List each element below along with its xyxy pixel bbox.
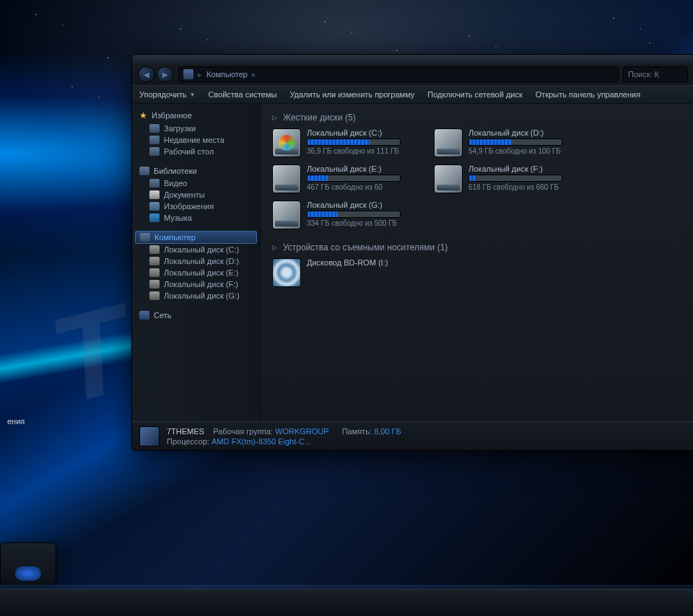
navigation-pane: ★Избранное Загрузки Недавние места Рабоч… (132, 104, 261, 421)
drive-icon (149, 291, 160, 300)
drive-status-text: 618 ГБ свободно из 660 ГБ (468, 183, 562, 191)
hdd-icon (272, 128, 301, 157)
sidebar-item-pictures[interactable]: Изображения (135, 201, 257, 212)
drive-item[interactable]: Локальный диск (D:)54,9 ГБ свободно из 1… (434, 128, 578, 157)
drive-icon (149, 280, 160, 289)
drive-name: Локальный диск (C:) (307, 128, 401, 137)
sidebar-item-videos[interactable]: Видео (135, 177, 257, 189)
computer-large-icon (139, 426, 160, 446)
desktop-icon-label-fragment: ения (7, 417, 25, 426)
hdd-icon (272, 164, 301, 193)
sidebar-item-music[interactable]: Музыка (135, 212, 257, 224)
drive-usage-bar (468, 138, 562, 146)
details-memory-value: 8,00 ГБ (374, 427, 401, 436)
nav-forward-button[interactable]: ► (157, 66, 174, 82)
drive-status-text: 54,9 ГБ свободно из 100 ГБ (468, 147, 562, 155)
collapse-icon: ▷ (272, 244, 277, 251)
details-pane: 7THEMES Рабочая группа: WORKGROUP Память… (132, 421, 693, 450)
breadcrumb-bar[interactable]: ▸ Компьютер ▸ (178, 66, 619, 82)
collapse-icon: ▷ (272, 114, 277, 121)
bdrom-icon (272, 258, 301, 287)
chevron-down-icon: ▼ (189, 92, 195, 98)
breadcrumb-sep-icon: ▸ (198, 70, 202, 79)
sidebar-favorites-header[interactable]: ★Избранное (135, 108, 257, 123)
removable-drive-item[interactable]: Дисковод BD-ROM (I:) (272, 258, 417, 287)
media-play-button[interactable] (15, 566, 41, 581)
drive-icon (149, 257, 160, 265)
uninstall-program-button[interactable]: Удалить или изменить программу (289, 90, 414, 99)
map-network-drive-button[interactable]: Подключить сетевой диск (427, 90, 522, 99)
drive-name: Локальный диск (F:) (468, 164, 562, 173)
computer-icon (140, 233, 150, 242)
drive-usage-bar (307, 138, 401, 146)
details-name: 7THEMES (167, 427, 204, 436)
drive-item[interactable]: Локальный диск (C:)36,9 ГБ свободно из 1… (272, 128, 417, 157)
breadcrumb-location[interactable]: Компьютер (206, 70, 248, 79)
recent-icon (149, 136, 160, 144)
search-input[interactable]: Поиск: К (623, 66, 688, 82)
drive-usage-bar (307, 211, 401, 218)
media-player-widget[interactable] (0, 542, 56, 586)
sidebar-item-desktop[interactable]: Рабочий стол (135, 146, 257, 157)
sidebar-item-downloads[interactable]: Загрузки (135, 123, 257, 134)
group-header-hdd[interactable]: ▷Жесткие диски (5) (272, 110, 682, 128)
drive-name: Локальный диск (D:) (468, 128, 562, 137)
drive-status-text: 36,9 ГБ свободно из 111 ГБ (307, 147, 401, 155)
drive-icon (149, 268, 160, 277)
drive-item[interactable]: Локальный диск (F:)618 ГБ свободно из 66… (434, 164, 578, 193)
system-properties-button[interactable]: Свойства системы (208, 90, 276, 99)
taskbar[interactable] (0, 589, 693, 616)
open-control-panel-button[interactable]: Открыть панель управления (536, 90, 640, 99)
drive-usage-bar (307, 175, 401, 182)
sidebar-item-drive-e[interactable]: Локальный диск (E:) (135, 267, 257, 278)
desktop-icon (149, 147, 160, 156)
downloads-icon (149, 124, 160, 133)
command-toolbar: Упорядочить▼ Свойства системы Удалить ил… (132, 85, 693, 104)
drive-item[interactable]: Локальный диск (G:)334 ГБ свободно из 50… (272, 201, 417, 229)
details-cpu-value: AMD FX(tm)-8350 Eight-C... (212, 437, 311, 446)
sidebar-libraries-header[interactable]: Библиотеки (135, 164, 257, 177)
details-workgroup-label: Рабочая группа: (213, 427, 273, 436)
group-header-removable[interactable]: ▷Устройства со съемными носителями (1) (272, 239, 682, 258)
sidebar-item-drive-d[interactable]: Локальный диск (D:) (135, 255, 257, 267)
computer-icon (183, 69, 193, 79)
drive-status-text: 334 ГБ свободно из 500 ГБ (307, 219, 401, 227)
hdd-icon (434, 164, 463, 193)
sidebar-item-drive-c[interactable]: Локальный диск (C:) (135, 244, 257, 255)
hdd-icon (272, 201, 301, 229)
drive-item[interactable]: Локальный диск (E:)467 ГБ свободно из 60 (272, 164, 417, 193)
content-pane: ▷Жесткие диски (5) Локальный диск (C:)36… (261, 104, 693, 421)
video-icon (149, 179, 160, 188)
details-memory-label: Память: (342, 427, 372, 436)
details-cpu-label: Процессор: (167, 437, 209, 446)
drive-icon (149, 245, 160, 254)
sidebar-item-documents[interactable]: Документы (135, 189, 257, 201)
drive-name: Локальный диск (E:) (307, 164, 401, 173)
explorer-window: ◄ ► ▸ Компьютер ▸ Поиск: К Упорядочить▼ … (131, 54, 693, 451)
star-icon: ★ (139, 110, 147, 120)
libraries-icon (139, 167, 149, 175)
address-bar-row: ◄ ► ▸ Компьютер ▸ Поиск: К (132, 63, 693, 85)
details-workgroup-value: WORKGROUP (275, 427, 328, 436)
drive-name: Локальный диск (G:) (307, 201, 401, 209)
sidebar-network-header[interactable]: Сеть (135, 309, 257, 322)
music-icon (149, 214, 160, 222)
sidebar-item-drive-g[interactable]: Локальный диск (G:) (135, 290, 257, 302)
network-icon (139, 311, 149, 320)
sidebar-computer-header[interactable]: Компьютер (135, 231, 257, 244)
nav-back-button[interactable]: ◄ (138, 66, 155, 82)
drive-status-text: 467 ГБ свободно из 60 (307, 183, 401, 191)
picture-icon (149, 202, 160, 211)
sidebar-item-recent[interactable]: Недавние места (135, 134, 257, 146)
drive-usage-bar (468, 175, 562, 182)
window-titlebar[interactable] (132, 55, 693, 63)
organize-menu[interactable]: Упорядочить▼ (139, 90, 195, 99)
breadcrumb-sep-icon: ▸ (252, 70, 256, 79)
document-icon (149, 190, 160, 199)
hdd-icon (434, 128, 463, 157)
sidebar-item-drive-f[interactable]: Локальный диск (F:) (135, 278, 257, 290)
drive-name: Дисковод BD-ROM (I:) (307, 258, 388, 267)
